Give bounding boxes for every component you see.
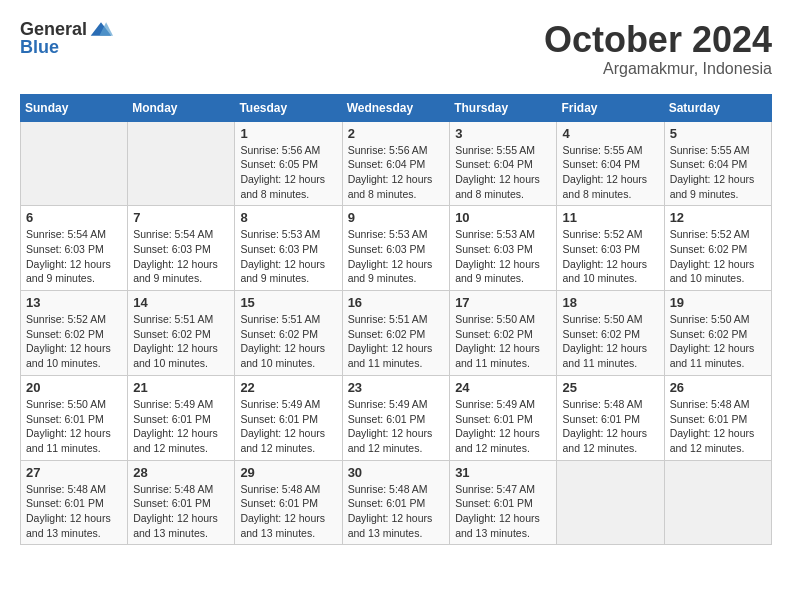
- day-info: Sunrise: 5:49 AM Sunset: 6:01 PM Dayligh…: [133, 397, 229, 456]
- day-info: Sunrise: 5:48 AM Sunset: 6:01 PM Dayligh…: [240, 482, 336, 541]
- day-info: Sunrise: 5:53 AM Sunset: 6:03 PM Dayligh…: [348, 227, 445, 286]
- calendar-cell: 5Sunrise: 5:55 AM Sunset: 6:04 PM Daylig…: [664, 121, 771, 206]
- day-number: 17: [455, 295, 551, 310]
- day-info: Sunrise: 5:51 AM Sunset: 6:02 PM Dayligh…: [348, 312, 445, 371]
- calendar-cell: 7Sunrise: 5:54 AM Sunset: 6:03 PM Daylig…: [128, 206, 235, 291]
- day-info: Sunrise: 5:52 AM Sunset: 6:02 PM Dayligh…: [26, 312, 122, 371]
- day-info: Sunrise: 5:54 AM Sunset: 6:03 PM Dayligh…: [133, 227, 229, 286]
- day-info: Sunrise: 5:48 AM Sunset: 6:01 PM Dayligh…: [348, 482, 445, 541]
- calendar-cell: 17Sunrise: 5:50 AM Sunset: 6:02 PM Dayli…: [450, 291, 557, 376]
- day-info: Sunrise: 5:48 AM Sunset: 6:01 PM Dayligh…: [133, 482, 229, 541]
- header: General Blue October 2024 Argamakmur, In…: [20, 20, 772, 78]
- day-number: 26: [670, 380, 766, 395]
- calendar-cell: [664, 460, 771, 545]
- calendar-cell: 12Sunrise: 5:52 AM Sunset: 6:02 PM Dayli…: [664, 206, 771, 291]
- day-info: Sunrise: 5:48 AM Sunset: 6:01 PM Dayligh…: [670, 397, 766, 456]
- day-number: 10: [455, 210, 551, 225]
- calendar-cell: 4Sunrise: 5:55 AM Sunset: 6:04 PM Daylig…: [557, 121, 664, 206]
- day-number: 23: [348, 380, 445, 395]
- calendar-cell: 16Sunrise: 5:51 AM Sunset: 6:02 PM Dayli…: [342, 291, 450, 376]
- calendar-table: SundayMondayTuesdayWednesdayThursdayFrid…: [20, 94, 772, 546]
- day-number: 22: [240, 380, 336, 395]
- day-info: Sunrise: 5:50 AM Sunset: 6:02 PM Dayligh…: [670, 312, 766, 371]
- day-number: 27: [26, 465, 122, 480]
- logo-blue-text: Blue: [20, 38, 59, 56]
- calendar-cell: 18Sunrise: 5:50 AM Sunset: 6:02 PM Dayli…: [557, 291, 664, 376]
- calendar-week-row: 27Sunrise: 5:48 AM Sunset: 6:01 PM Dayli…: [21, 460, 772, 545]
- day-number: 31: [455, 465, 551, 480]
- logo-general-text: General: [20, 20, 87, 38]
- day-number: 15: [240, 295, 336, 310]
- day-number: 7: [133, 210, 229, 225]
- day-info: Sunrise: 5:50 AM Sunset: 6:02 PM Dayligh…: [562, 312, 658, 371]
- logo: General Blue: [20, 20, 113, 56]
- day-info: Sunrise: 5:51 AM Sunset: 6:02 PM Dayligh…: [240, 312, 336, 371]
- day-number: 1: [240, 126, 336, 141]
- header-day-friday: Friday: [557, 94, 664, 121]
- calendar-cell: 30Sunrise: 5:48 AM Sunset: 6:01 PM Dayli…: [342, 460, 450, 545]
- location-title: Argamakmur, Indonesia: [544, 60, 772, 78]
- calendar-cell: 3Sunrise: 5:55 AM Sunset: 6:04 PM Daylig…: [450, 121, 557, 206]
- day-info: Sunrise: 5:49 AM Sunset: 6:01 PM Dayligh…: [455, 397, 551, 456]
- day-number: 13: [26, 295, 122, 310]
- day-info: Sunrise: 5:55 AM Sunset: 6:04 PM Dayligh…: [562, 143, 658, 202]
- calendar-cell: 20Sunrise: 5:50 AM Sunset: 6:01 PM Dayli…: [21, 375, 128, 460]
- calendar-week-row: 13Sunrise: 5:52 AM Sunset: 6:02 PM Dayli…: [21, 291, 772, 376]
- day-info: Sunrise: 5:56 AM Sunset: 6:05 PM Dayligh…: [240, 143, 336, 202]
- calendar-header-row: SundayMondayTuesdayWednesdayThursdayFrid…: [21, 94, 772, 121]
- header-day-wednesday: Wednesday: [342, 94, 450, 121]
- day-number: 2: [348, 126, 445, 141]
- day-number: 8: [240, 210, 336, 225]
- day-info: Sunrise: 5:54 AM Sunset: 6:03 PM Dayligh…: [26, 227, 122, 286]
- calendar-cell: 26Sunrise: 5:48 AM Sunset: 6:01 PM Dayli…: [664, 375, 771, 460]
- calendar-cell: 25Sunrise: 5:48 AM Sunset: 6:01 PM Dayli…: [557, 375, 664, 460]
- day-info: Sunrise: 5:50 AM Sunset: 6:01 PM Dayligh…: [26, 397, 122, 456]
- calendar-cell: 22Sunrise: 5:49 AM Sunset: 6:01 PM Dayli…: [235, 375, 342, 460]
- calendar-cell: 14Sunrise: 5:51 AM Sunset: 6:02 PM Dayli…: [128, 291, 235, 376]
- header-day-saturday: Saturday: [664, 94, 771, 121]
- day-info: Sunrise: 5:51 AM Sunset: 6:02 PM Dayligh…: [133, 312, 229, 371]
- calendar-cell: 28Sunrise: 5:48 AM Sunset: 6:01 PM Dayli…: [128, 460, 235, 545]
- day-info: Sunrise: 5:48 AM Sunset: 6:01 PM Dayligh…: [26, 482, 122, 541]
- day-number: 6: [26, 210, 122, 225]
- calendar-cell: [128, 121, 235, 206]
- calendar-week-row: 1Sunrise: 5:56 AM Sunset: 6:05 PM Daylig…: [21, 121, 772, 206]
- header-day-tuesday: Tuesday: [235, 94, 342, 121]
- day-number: 30: [348, 465, 445, 480]
- calendar-cell: 15Sunrise: 5:51 AM Sunset: 6:02 PM Dayli…: [235, 291, 342, 376]
- day-number: 11: [562, 210, 658, 225]
- calendar-week-row: 6Sunrise: 5:54 AM Sunset: 6:03 PM Daylig…: [21, 206, 772, 291]
- day-number: 19: [670, 295, 766, 310]
- day-info: Sunrise: 5:47 AM Sunset: 6:01 PM Dayligh…: [455, 482, 551, 541]
- calendar-cell: 23Sunrise: 5:49 AM Sunset: 6:01 PM Dayli…: [342, 375, 450, 460]
- logo-icon: [89, 20, 113, 38]
- day-info: Sunrise: 5:55 AM Sunset: 6:04 PM Dayligh…: [670, 143, 766, 202]
- calendar-cell: [21, 121, 128, 206]
- header-day-monday: Monday: [128, 94, 235, 121]
- day-number: 4: [562, 126, 658, 141]
- month-title: October 2024: [544, 20, 772, 60]
- calendar-cell: 19Sunrise: 5:50 AM Sunset: 6:02 PM Dayli…: [664, 291, 771, 376]
- day-number: 20: [26, 380, 122, 395]
- day-number: 24: [455, 380, 551, 395]
- title-area: October 2024 Argamakmur, Indonesia: [544, 20, 772, 78]
- calendar-cell: 6Sunrise: 5:54 AM Sunset: 6:03 PM Daylig…: [21, 206, 128, 291]
- calendar-cell: 21Sunrise: 5:49 AM Sunset: 6:01 PM Dayli…: [128, 375, 235, 460]
- header-day-sunday: Sunday: [21, 94, 128, 121]
- calendar-cell: 29Sunrise: 5:48 AM Sunset: 6:01 PM Dayli…: [235, 460, 342, 545]
- calendar-cell: 10Sunrise: 5:53 AM Sunset: 6:03 PM Dayli…: [450, 206, 557, 291]
- day-number: 3: [455, 126, 551, 141]
- day-info: Sunrise: 5:55 AM Sunset: 6:04 PM Dayligh…: [455, 143, 551, 202]
- calendar-cell: 24Sunrise: 5:49 AM Sunset: 6:01 PM Dayli…: [450, 375, 557, 460]
- day-info: Sunrise: 5:53 AM Sunset: 6:03 PM Dayligh…: [455, 227, 551, 286]
- day-number: 18: [562, 295, 658, 310]
- day-number: 25: [562, 380, 658, 395]
- day-number: 12: [670, 210, 766, 225]
- calendar-cell: 11Sunrise: 5:52 AM Sunset: 6:03 PM Dayli…: [557, 206, 664, 291]
- calendar-cell: 9Sunrise: 5:53 AM Sunset: 6:03 PM Daylig…: [342, 206, 450, 291]
- calendar-cell: 8Sunrise: 5:53 AM Sunset: 6:03 PM Daylig…: [235, 206, 342, 291]
- day-number: 28: [133, 465, 229, 480]
- day-number: 5: [670, 126, 766, 141]
- day-info: Sunrise: 5:49 AM Sunset: 6:01 PM Dayligh…: [240, 397, 336, 456]
- day-number: 9: [348, 210, 445, 225]
